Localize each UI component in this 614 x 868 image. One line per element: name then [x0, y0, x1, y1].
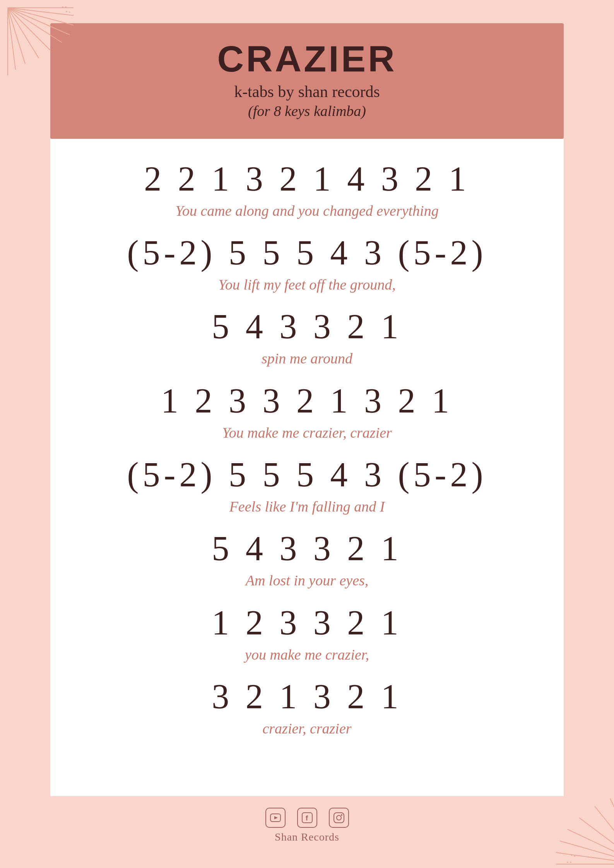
tab-section-6: 5 4 3 3 2 1 Am lost in your eyes, — [81, 528, 533, 590]
tab-section-3: 5 4 3 3 2 1 spin me around — [81, 306, 533, 368]
tab-section-4: 1 2 3 3 2 1 3 2 1 You make me crazier, c… — [81, 380, 533, 442]
main-content: 2 2 1 3 2 1 4 3 2 1 You came along and y… — [50, 139, 564, 796]
svg-line-6 — [8, 8, 39, 58]
svg-point-29 — [341, 814, 342, 816]
svg-marker-24 — [274, 816, 278, 819]
lyrics-7: you make me crazier, — [81, 645, 533, 664]
lyrics-4: You make me crazier, crazier — [81, 423, 533, 442]
subtitle-keys: (for 8 keys kalimba) — [74, 102, 540, 119]
lyrics-3: spin me around — [81, 349, 533, 368]
song-title: CRAZIER — [74, 39, 540, 79]
facebook-icon[interactable]: f — [297, 808, 317, 828]
svg-line-18 — [610, 798, 614, 864]
lyrics-6: Am lost in your eyes, — [81, 571, 533, 590]
lyrics-2: You lift my feet off the ground, — [81, 275, 533, 294]
notes-3: 5 4 3 3 2 1 — [81, 306, 533, 348]
tab-section-5: (5-2) 5 5 5 4 3 (5-2) Feels like I'm fal… — [81, 454, 533, 516]
tab-section-1: 2 2 1 3 2 1 4 3 2 1 You came along and y… — [81, 158, 533, 220]
footer: f Shan Records — [50, 796, 564, 859]
svg-line-14 — [560, 841, 614, 864]
decoration-sunburst-bottomright — [544, 767, 614, 845]
notes-4: 1 2 3 3 2 1 3 2 1 — [81, 380, 533, 422]
lyrics-1: You came along and you changed everythin… — [81, 201, 533, 220]
svg-line-11 — [66, 12, 72, 12]
lyrics-8: crazier, crazier — [81, 719, 533, 738]
lyrics-5: Feels like I'm falling and I — [81, 497, 533, 516]
svg-point-28 — [337, 815, 341, 820]
header-banner: CRAZIER k-tabs by shan records (for 8 ke… — [50, 23, 564, 139]
svg-rect-27 — [334, 813, 344, 823]
social-icons-container: f — [50, 808, 564, 828]
decoration-sunburst-topleft — [0, 0, 70, 70]
youtube-icon[interactable] — [265, 808, 286, 828]
svg-text:f: f — [306, 814, 308, 822]
instagram-icon[interactable] — [329, 808, 349, 828]
tab-section-7: 1 2 3 3 2 1 you make me crazier, — [81, 602, 533, 664]
svg-line-8 — [8, 8, 15, 70]
subtitle-ktabs: k-tabs by shan records — [74, 82, 540, 101]
tab-section-2: (5-2) 5 5 5 4 3 (5-2) You lift my feet o… — [81, 232, 533, 294]
notes-6: 5 4 3 3 2 1 — [81, 528, 533, 570]
notes-7: 1 2 3 3 2 1 — [81, 602, 533, 644]
tab-section-8: 3 2 1 3 2 1 crazier, crazier — [81, 676, 533, 738]
notes-1: 2 2 1 3 2 1 4 3 2 1 — [81, 158, 533, 200]
svg-line-15 — [568, 829, 614, 864]
notes-2: (5-2) 5 5 5 4 3 (5-2) — [81, 232, 533, 274]
notes-8: 3 2 1 3 2 1 — [81, 676, 533, 718]
notes-5: (5-2) 5 5 5 4 3 (5-2) — [81, 454, 533, 496]
svg-line-16 — [579, 818, 614, 864]
brand-name: Shan Records — [50, 831, 564, 843]
